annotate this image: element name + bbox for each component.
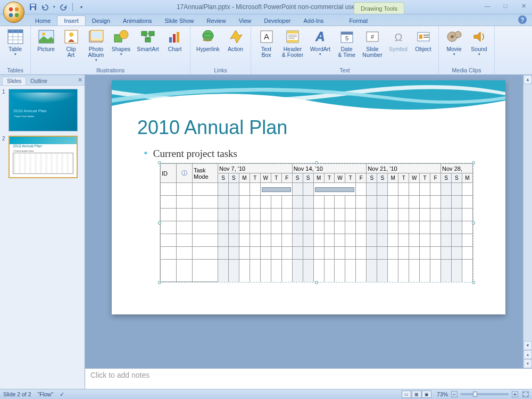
svg-rect-40 xyxy=(341,32,353,35)
office-button[interactable] xyxy=(3,2,24,23)
slideshow-view-button[interactable]: ▣ xyxy=(422,390,431,398)
movie-button[interactable]: Movie▾ xyxy=(442,27,466,57)
undo-dropdown-icon[interactable]: ▾ xyxy=(52,3,56,11)
tab-home[interactable]: Home xyxy=(29,16,57,26)
resize-handle[interactable] xyxy=(472,281,475,284)
headerfooter-button[interactable]: Header & Footer xyxy=(279,27,306,59)
fit-window-button[interactable]: ⛶ xyxy=(522,391,529,397)
hyperlink-button[interactable]: Hyperlink xyxy=(194,27,222,53)
undo-icon[interactable] xyxy=(40,3,49,11)
sound-button[interactable]: Sound▾ xyxy=(467,27,491,57)
close-button[interactable]: ✕ xyxy=(518,2,529,10)
tab-review[interactable]: Review xyxy=(201,16,232,26)
zoom-out-button[interactable]: − xyxy=(451,391,458,397)
slide[interactable]: 2010 Annual Plan Current project tasks xyxy=(112,80,505,314)
wordart-label: WordArt xyxy=(310,46,330,52)
thumbnail-slide-1[interactable]: 2010 Annual Plan Project Team Update xyxy=(9,89,78,131)
symbol-button[interactable]: ΩSymbol xyxy=(386,27,410,53)
textbox-button[interactable]: AText Box xyxy=(254,27,278,59)
scroll-track[interactable] xyxy=(523,84,532,336)
photoalbum-label: Photo Album xyxy=(88,46,104,58)
slide-bullet[interactable]: Current project tasks xyxy=(144,146,237,160)
pane-tab-outline[interactable]: Outline xyxy=(26,77,52,85)
group-label-links: Links xyxy=(214,66,227,74)
help-button[interactable]: ? xyxy=(518,15,527,24)
resize-handle[interactable] xyxy=(158,161,161,164)
thumbnail-slide-2[interactable]: 2010 Annual Plan • Current project tasks xyxy=(9,136,78,178)
zoom-slider[interactable] xyxy=(461,393,509,395)
col-id: ID xyxy=(161,164,177,183)
zoom-level[interactable]: 73% xyxy=(437,391,448,397)
photoalbum-button[interactable]: Photo Album▾ xyxy=(84,27,108,63)
zoom-thumb[interactable] xyxy=(473,392,477,397)
qat-customize-icon[interactable]: ▾ xyxy=(77,3,86,11)
wordart-button[interactable]: AWordArt▾ xyxy=(307,27,334,57)
notes-pane[interactable]: Click to add notes xyxy=(85,368,532,389)
resize-handle[interactable] xyxy=(158,281,161,284)
day-header: F xyxy=(356,173,367,183)
svg-text:#: # xyxy=(371,34,375,40)
contextual-tab-header: Drawing Tools xyxy=(354,2,404,14)
day-header: T xyxy=(250,173,260,183)
minimize-button[interactable]: — xyxy=(482,2,493,10)
resize-handle[interactable] xyxy=(472,161,475,164)
pane-tab-slides[interactable]: Slides xyxy=(2,77,26,85)
smartart-button[interactable]: SmartArt xyxy=(134,27,162,53)
thumb2-title: 2010 Annual Plan xyxy=(13,144,42,148)
slide-title[interactable]: 2010 Annual Plan xyxy=(137,117,287,139)
tab-insert[interactable]: Insert xyxy=(57,15,86,26)
save-icon[interactable] xyxy=(29,3,37,11)
slide-canvas[interactable]: 2010 Annual Plan Current project tasks xyxy=(85,75,532,368)
tab-view[interactable]: View xyxy=(232,16,258,26)
day-header: S xyxy=(377,173,388,183)
svg-text:Ω: Ω xyxy=(394,31,402,43)
spellcheck-icon[interactable]: ✓ xyxy=(60,391,64,397)
resize-handle[interactable] xyxy=(158,221,161,225)
next-slide-button[interactable]: ▾ xyxy=(523,359,532,368)
tab-format[interactable]: Format xyxy=(343,16,374,26)
pane-tabs: Slides Outline ✕ xyxy=(0,75,85,86)
photoalbum-icon xyxy=(88,28,105,45)
day-header: T xyxy=(271,173,281,183)
col-info: ⓘ xyxy=(177,164,193,183)
resize-handle[interactable] xyxy=(315,281,318,284)
pane-close-button[interactable]: ✕ xyxy=(78,77,82,84)
day-header: S xyxy=(303,173,313,183)
datetime-label: Date & Time xyxy=(338,46,355,58)
slidenumber-button[interactable]: #Slide Number xyxy=(360,27,385,59)
gantt-object[interactable]: ID ⓘ Task Mode Nov 7, '10 Nov 14, '10 No… xyxy=(160,163,473,282)
tab-design[interactable]: Design xyxy=(86,16,117,26)
sorter-view-button[interactable]: ▦ xyxy=(412,390,421,398)
datetime-button[interactable]: 5Date & Time xyxy=(335,27,359,59)
dropdown-arrow-icon: ▾ xyxy=(478,52,480,56)
normal-view-button[interactable]: ▭ xyxy=(402,390,411,398)
group-label-mediaclips: Media Clips xyxy=(452,66,481,74)
zoom-in-button[interactable]: + xyxy=(512,391,518,397)
picture-label: Picture xyxy=(37,46,55,52)
tab-developer[interactable]: Developer xyxy=(257,16,297,26)
tab-addins[interactable]: Add-Ins xyxy=(297,16,330,26)
group-label-text: Text xyxy=(339,66,350,74)
picture-button[interactable]: Picture xyxy=(34,27,58,53)
table-button[interactable]: Table ▾ xyxy=(3,27,27,57)
shapes-button[interactable]: Shapes▾ xyxy=(109,27,133,57)
svg-point-14 xyxy=(42,32,45,36)
chart-button[interactable]: Chart xyxy=(163,27,187,53)
scroll-down-button[interactable]: ▼ xyxy=(523,341,532,350)
tab-animations[interactable]: Animations xyxy=(117,16,158,26)
day-header: M xyxy=(239,173,250,183)
vertical-scrollbar[interactable]: ▲ ▼ ▴ ▾ xyxy=(523,75,532,368)
maximize-button[interactable]: □ xyxy=(500,2,511,10)
ribbon: Table ▾ Tables Picture Clip Art Photo Al… xyxy=(0,26,532,75)
day-header: T xyxy=(324,173,335,183)
scroll-up-button[interactable]: ▲ xyxy=(523,75,532,84)
prev-slide-button[interactable]: ▴ xyxy=(523,350,532,359)
resize-handle[interactable] xyxy=(315,161,318,164)
group-tables: Table ▾ Tables xyxy=(0,26,31,74)
clipart-button[interactable]: Clip Art xyxy=(59,27,83,59)
action-button[interactable]: Action xyxy=(223,27,247,53)
redo-icon[interactable] xyxy=(60,3,68,11)
resize-handle[interactable] xyxy=(472,221,475,225)
object-button[interactable]: Object xyxy=(411,27,435,53)
tab-slideshow[interactable]: Slide Show xyxy=(159,16,201,26)
